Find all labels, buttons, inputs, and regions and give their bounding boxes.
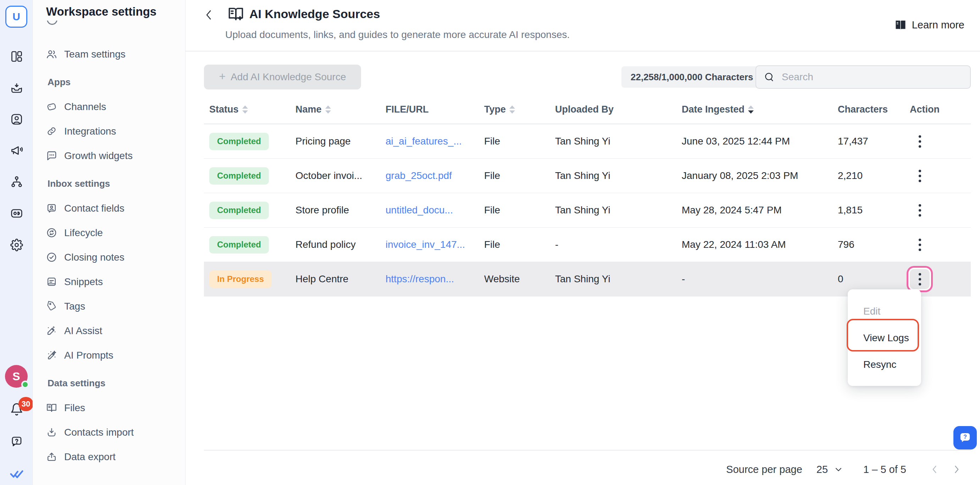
page-subtitle: Upload documents, links, and guides to g… <box>225 29 570 40</box>
sidebar-title: Workspace settings <box>46 5 156 18</box>
sidebar-item-label: Lifecycle <box>64 227 103 239</box>
sort-icon[interactable] <box>242 105 248 113</box>
table-row[interactable]: Completed Store profile untitled_docu...… <box>204 193 971 228</box>
row-actions-kebab-icon[interactable] <box>910 200 930 220</box>
cell-uploaded-by: Tan Shing Yi <box>555 204 682 216</box>
sidebar-item-team-settings[interactable]: Team settings <box>33 42 186 66</box>
column-header-status[interactable]: Status <box>209 104 296 115</box>
table-row[interactable]: Completed Pricing page ai_ai_features_..… <box>204 124 971 159</box>
dashboard-icon[interactable] <box>10 50 24 63</box>
sidebar-item-tags[interactable]: Tags <box>33 294 186 319</box>
cell-file-link[interactable]: grab_25oct.pdf <box>385 170 484 182</box>
cell-name: Pricing page <box>296 136 385 147</box>
menu-item-view-logs[interactable]: View Logs <box>848 324 921 351</box>
page-title: AI Knowledge Sources <box>249 7 380 21</box>
user-avatar[interactable]: S <box>5 365 28 388</box>
cell-file-link[interactable]: https://respon... <box>385 273 484 285</box>
learn-more-label: Learn more <box>912 19 964 31</box>
sidebar-item-ai-prompts[interactable]: AI Prompts <box>33 343 186 367</box>
column-header-file-url: FILE/URL <box>385 104 484 115</box>
sidebar-item-files[interactable]: Files <box>33 396 186 420</box>
closing-notes-icon <box>46 252 57 263</box>
sidebar-item-label: Data export <box>64 451 116 463</box>
help-chat-button[interactable]: ? <box>953 426 977 450</box>
sidebar-item-integrations[interactable]: Integrations <box>33 119 186 144</box>
cell-file-link[interactable]: ai_ai_features_... <box>385 136 484 147</box>
add-ai-knowledge-source-button[interactable]: + Add AI Knowledge Source <box>204 65 361 89</box>
search-input[interactable] <box>782 71 952 83</box>
files-icon <box>46 402 57 413</box>
sort-icon-active-desc[interactable] <box>748 105 754 113</box>
row-actions-kebab-icon[interactable] <box>910 166 930 186</box>
sidebar-item-snippets[interactable]: Snippets <box>33 270 186 294</box>
chevron-left-icon <box>929 463 941 475</box>
previous-page-button[interactable] <box>927 461 942 477</box>
data-export-icon <box>46 451 57 462</box>
contacts-icon[interactable] <box>10 113 24 126</box>
sidebar-item-label: Contacts import <box>64 427 134 438</box>
sort-icon[interactable] <box>509 105 515 113</box>
cell-date-ingested: May 28, 2024 5:47 PM <box>682 204 838 216</box>
cell-date-ingested: - <box>682 273 838 285</box>
page-header: AI Knowledge Sources Upload documents, l… <box>186 0 980 51</box>
menu-item-resync[interactable]: Resync <box>848 351 921 378</box>
sidebar-item-data-export[interactable]: Data export <box>33 445 186 469</box>
column-header-type[interactable]: Type <box>484 104 555 115</box>
inbox-icon[interactable] <box>10 81 24 95</box>
workflows-icon[interactable] <box>10 175 24 188</box>
cell-name: Store profile <box>296 204 385 216</box>
cell-uploaded-by: - <box>555 239 682 250</box>
sidebar-item-ai-assist[interactable]: AI Assist <box>33 319 186 343</box>
cell-file-link[interactable]: untitled_docu... <box>385 204 484 216</box>
sort-icon[interactable] <box>325 105 331 113</box>
menu-item-edit: Edit <box>848 298 921 324</box>
broadcast-icon[interactable] <box>10 144 24 157</box>
cell-name: October invoi... <box>296 170 385 182</box>
cell-name: Help Centre <box>296 273 385 285</box>
next-page-button[interactable] <box>949 461 964 477</box>
page-size-select[interactable]: 25 <box>816 464 843 475</box>
workspace-logo[interactable]: U <box>5 6 27 28</box>
sidebar-item-label: Files <box>64 402 85 414</box>
help-bubble-icon[interactable] <box>10 435 24 449</box>
table-bottom-border <box>204 450 971 451</box>
cell-date-ingested: January 08, 2025 2:03 PM <box>682 170 838 182</box>
sidebar-item-label: AI Prompts <box>64 350 113 361</box>
cell-characters: 0 <box>838 273 910 285</box>
column-header-date-ingested[interactable]: Date Ingested <box>682 104 838 115</box>
sidebar-item-closing-notes[interactable]: Closing notes <box>33 245 186 270</box>
reports-icon[interactable] <box>10 207 24 220</box>
row-actions-kebab-icon[interactable] <box>910 235 930 255</box>
table-row[interactable]: Completed Refund policy invoice_inv_147.… <box>204 228 971 262</box>
column-header-name[interactable]: Name <box>296 104 385 115</box>
settings-gear-icon[interactable] <box>10 238 24 252</box>
sidebar-item-label: Growth widgets <box>64 150 133 161</box>
cell-characters: 17,437 <box>838 136 910 147</box>
cell-uploaded-by: Tan Shing Yi <box>555 273 682 285</box>
sidebar-item-channels[interactable]: Channels <box>33 94 186 119</box>
sidebar-item-lifecycle[interactable]: Lifecycle <box>33 220 186 245</box>
sidebar-item-growth-widgets[interactable]: Growth widgets <box>33 144 186 168</box>
row-actions-kebab-icon-active[interactable] <box>910 269 930 289</box>
sidebar-item-label: Team settings <box>64 49 126 60</box>
row-actions-kebab-icon[interactable] <box>910 131 930 151</box>
status-badge: Completed <box>209 236 269 254</box>
partial-menu-item[interactable] <box>46 21 167 30</box>
sidebar-item-contact-fields[interactable]: Contact fields <box>33 196 186 220</box>
cell-file-link[interactable]: invoice_inv_147... <box>385 239 484 250</box>
notifications-bell-icon[interactable]: 30 <box>10 403 24 416</box>
sidebar-item-label: Contact fields <box>64 203 124 214</box>
partial-item-label <box>65 21 150 25</box>
sidebar-item-contacts-import[interactable]: Contacts import <box>33 420 186 445</box>
back-button[interactable] <box>202 8 216 22</box>
chevron-down-icon <box>834 464 843 474</box>
page-size-value: 25 <box>816 464 828 475</box>
table-row[interactable]: Completed October invoi... grab_25oct.pd… <box>204 159 971 193</box>
sidebar-section-inbox-settings: Inbox settings <box>33 171 186 196</box>
cell-uploaded-by: Tan Shing Yi <box>555 170 682 182</box>
learn-more-link[interactable]: Learn more <box>894 18 964 31</box>
cell-type: File <box>484 239 555 250</box>
search-box[interactable] <box>756 65 971 89</box>
settings-sidebar: Workspace settings Team settings Apps Ch… <box>33 0 186 485</box>
cell-type: File <box>484 204 555 216</box>
